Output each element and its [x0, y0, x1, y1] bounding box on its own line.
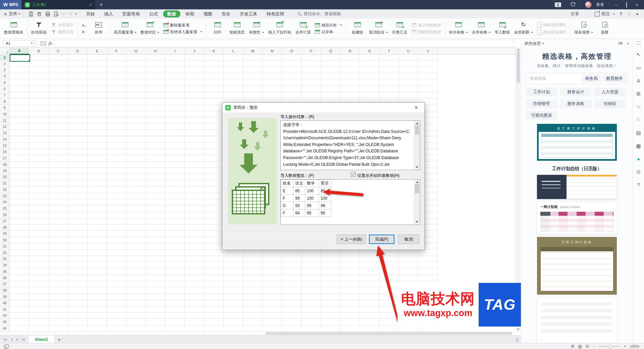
selected-cell-a1[interactable] [10, 54, 30, 62]
zoom-level[interactable]: 100% [630, 344, 639, 348]
column-header-S[interactable]: S [360, 48, 379, 54]
ribbon-record-form[interactable]: 记录单 [315, 30, 342, 35]
ribbon-remove-duplicates[interactable]: 删除重复项 [163, 23, 202, 28]
image-tool-icon[interactable]: ▦ [635, 143, 642, 149]
select-cursor-icon[interactable]: ↖ [635, 52, 642, 58]
row-header-8[interactable]: 8 [0, 98, 9, 105]
doc-count-badge[interactable]: 1 [555, 2, 561, 7]
panel-handle-icon[interactable] [636, 41, 641, 45]
ribbon-smart-fill[interactable]: 智能填充 [227, 19, 247, 38]
document-icon[interactable]: ▤ [635, 130, 642, 136]
show-first-50-checkbox[interactable] [351, 172, 356, 177]
restore-button[interactable] [624, 2, 630, 7]
comment-button[interactable]: 批注 [595, 11, 615, 17]
row-header-14[interactable]: 14 [0, 136, 9, 143]
row-header-1[interactable]: 1 [0, 54, 9, 61]
sidebar-close-icon[interactable]: × [627, 41, 629, 46]
menu-tab-特色应用[interactable]: 特色应用 [262, 10, 288, 17]
menu-tab-安全[interactable]: 安全 [217, 10, 235, 17]
category-营销管理[interactable]: 营销管理 [526, 99, 557, 108]
scroll-thumb[interactable] [415, 184, 419, 193]
row-header-4[interactable]: 4 [0, 73, 9, 80]
select-all-corner[interactable] [0, 48, 10, 54]
menu-tab-页面布局[interactable]: 页面布局 [118, 10, 144, 17]
column-header-J[interactable]: J [185, 48, 204, 54]
row-header-30[interactable]: 30 [0, 237, 9, 243]
add-sheet-button[interactable]: + [54, 336, 64, 343]
column-header-G[interactable]: G [126, 48, 146, 54]
row-header-11[interactable]: 11 [0, 117, 9, 124]
ribbon-sort-desc[interactable] [82, 30, 87, 34]
file-menu[interactable]: 文件 [9, 11, 17, 17]
template-card-weekly-plan[interactable]: 员工周工作计划表 [537, 124, 617, 161]
column-header-B[interactable]: B [29, 48, 49, 54]
skin-icon[interactable] [570, 2, 576, 8]
column-header-H[interactable]: H [146, 48, 165, 54]
menu-tab-视图[interactable]: 视图 [199, 10, 217, 17]
ribbon-import-data[interactable]: 导入数据 [493, 19, 512, 38]
template-card-label[interactable]: 工作计划总结（日历版） [552, 166, 602, 172]
row-header-25[interactable]: 25 [0, 205, 9, 212]
column-header-A[interactable]: A [10, 48, 29, 54]
share-button[interactable]: 分享 [571, 11, 579, 17]
zoom-in-icon[interactable]: + [624, 344, 626, 349]
zoom-slider[interactable] [599, 346, 620, 347]
menu-tab-开发工具[interactable]: 开发工具 [235, 10, 262, 17]
ribbon-highlight-duplicates[interactable]: 高亮重复项 [112, 19, 139, 38]
ribbon-auto-filter[interactable]: 自动筛选 [29, 19, 49, 38]
row-header-29[interactable]: 29 [0, 231, 9, 237]
template-card-calendar[interactable] [537, 175, 617, 199]
row-header-43[interactable]: 43 [0, 319, 9, 325]
dialog-title-bar[interactable]: S 第四步：预览 × [222, 103, 424, 113]
quick-tag-商务风[interactable]: 商务风 [582, 74, 601, 83]
menu-tab-插入[interactable]: 插入 [100, 10, 117, 17]
user-name[interactable]: 香香 [596, 2, 604, 8]
wps-logo[interactable]: WWPS [0, 0, 21, 9]
minimize-button[interactable]: – [613, 2, 619, 7]
page-layout-icon[interactable] [4, 345, 8, 348]
row-header-28[interactable]: 28 [0, 225, 9, 231]
dialog-close-icon[interactable]: × [411, 105, 421, 111]
quick-tag-教育教学[interactable]: 教育教学 [603, 74, 626, 83]
row-header-5[interactable]: 5 [0, 80, 9, 86]
category-可视化图表[interactable]: 可视化图表 [526, 111, 557, 120]
menu-tab-审阅[interactable]: 审阅 [181, 10, 199, 17]
tab-close-icon[interactable]: × [89, 2, 92, 7]
template-card-daily-plan[interactable]: 日常工作计划表 [537, 237, 617, 295]
filter-list-icon[interactable] [618, 42, 623, 45]
first-sheet-icon[interactable] [4, 338, 7, 341]
vertical-scroll-thumb[interactable] [517, 51, 520, 83]
text-tool-icon[interactable]: A [635, 78, 642, 84]
ribbon-existing-connections[interactable]: 现有连接 [572, 19, 595, 38]
help-icon[interactable]: ? [620, 11, 622, 17]
row-header-42[interactable]: 42 [0, 312, 9, 319]
row-header-13[interactable]: 13 [0, 130, 9, 136]
template-search-box[interactable]: 搜索模板 商务风教育教学 [526, 73, 628, 84]
ribbon-insert-dropdown-list[interactable]: 插入下拉列表 [266, 19, 293, 38]
back-button[interactable]: < 上一步(B) [337, 235, 366, 244]
data-preview-box[interactable]: 姓名语文数学英语E8510085F99100100G939596F949595 [280, 179, 420, 225]
row-header-41[interactable]: 41 [0, 306, 9, 313]
history-icon[interactable]: ⊙ [635, 169, 642, 175]
last-sheet-icon[interactable] [22, 338, 25, 341]
row-header-37[interactable]: 37 [0, 281, 9, 288]
more-options-icon[interactable]: ⋮ [627, 11, 631, 16]
toolbar-more-icon[interactable] [75, 13, 77, 15]
command-search[interactable]: 查找命令、搜索模板 [297, 11, 341, 17]
scroll-down-icon[interactable] [517, 329, 520, 330]
row-header-34[interactable]: 34 [0, 262, 9, 268]
scroll-thumb[interactable] [415, 125, 419, 135]
column-header-I[interactable]: I [165, 48, 185, 54]
ribbon-subtotal[interactable]: 分类汇总 [390, 19, 410, 38]
service-icon[interactable]: ● [635, 156, 642, 162]
column-header-E[interactable]: E [88, 48, 107, 54]
column-header-L[interactable]: L [224, 48, 243, 54]
ribbon-merge-table[interactable]: 合并表格 [470, 19, 493, 38]
category-工作计划[interactable]: 工作计划 [526, 88, 557, 96]
menu-burger-icon[interactable]: ≡ [4, 11, 7, 17]
connection-string-box[interactable]: 连接字串： Provider=Microsoft.ACE.OLEDB.12.0;… [280, 120, 420, 170]
ribbon-connection[interactable]: 连接 [595, 19, 614, 38]
new-tab-button[interactable]: + [95, 0, 107, 9]
close-button[interactable]: × [634, 2, 640, 7]
column-header-F[interactable]: F [107, 48, 126, 54]
